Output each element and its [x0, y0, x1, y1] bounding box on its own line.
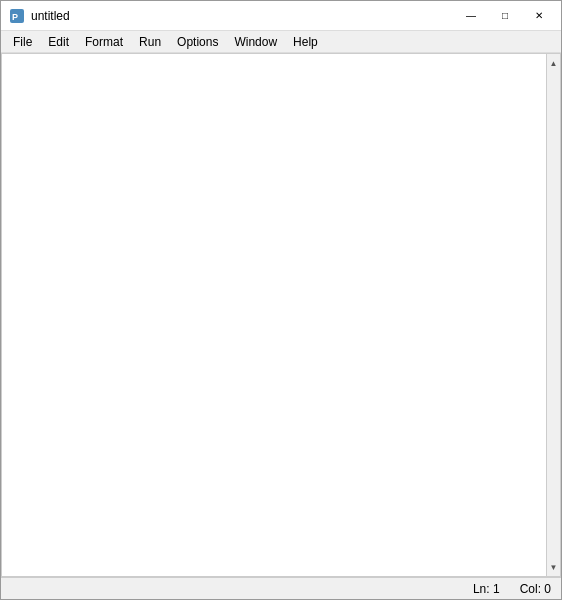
menu-bar: FileEditFormatRunOptionsWindowHelp — [1, 31, 561, 53]
title-bar: P untitled — □ ✕ — [1, 1, 561, 31]
maximize-button[interactable]: □ — [489, 6, 521, 26]
editor-scrollable — [2, 54, 546, 576]
line-status: Ln: 1 — [473, 582, 500, 596]
close-button[interactable]: ✕ — [523, 6, 555, 26]
python-file-icon: P — [9, 8, 25, 24]
menu-item-format[interactable]: Format — [77, 31, 131, 53]
menu-item-window[interactable]: Window — [226, 31, 285, 53]
scrollbar-track[interactable] — [547, 70, 561, 560]
editor-area: ▲ ▼ — [1, 53, 561, 577]
svg-text:P: P — [12, 12, 18, 22]
minimize-button[interactable]: — — [455, 6, 487, 26]
menu-item-run[interactable]: Run — [131, 31, 169, 53]
menu-item-file[interactable]: File — [5, 31, 40, 53]
menu-item-options[interactable]: Options — [169, 31, 226, 53]
scroll-up-arrow[interactable]: ▲ — [547, 56, 561, 70]
status-bar: Ln: 1 Col: 0 — [1, 577, 561, 599]
main-window: P untitled — □ ✕ FileEditFormatRunOption… — [0, 0, 562, 600]
vertical-scrollbar[interactable]: ▲ ▼ — [546, 54, 560, 576]
window-title: untitled — [31, 9, 70, 23]
scroll-down-arrow[interactable]: ▼ — [547, 560, 561, 574]
menu-item-help[interactable]: Help — [285, 31, 326, 53]
title-bar-controls: — □ ✕ — [455, 6, 555, 26]
code-editor[interactable] — [2, 54, 546, 576]
title-bar-left: P untitled — [9, 8, 70, 24]
menu-item-edit[interactable]: Edit — [40, 31, 77, 53]
col-status: Col: 0 — [520, 582, 551, 596]
